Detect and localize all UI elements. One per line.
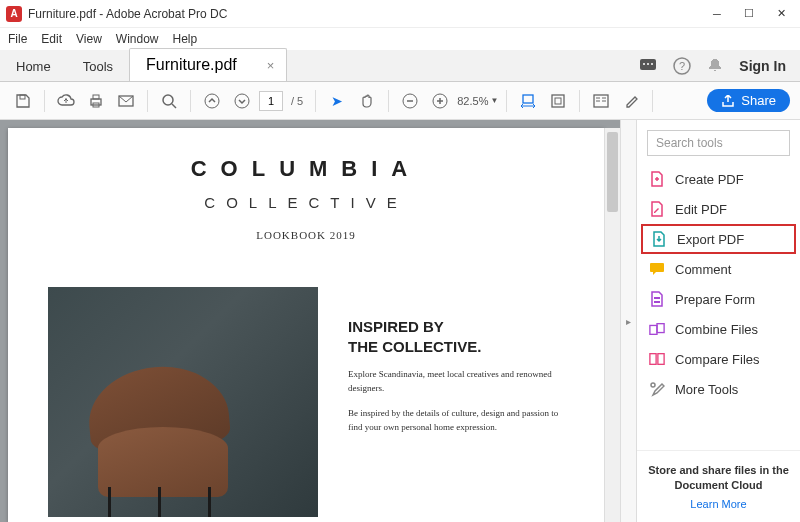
menubar: File Edit View Window Help [0, 28, 800, 50]
fit-page-icon[interactable] [545, 88, 571, 114]
svg-text:?: ? [679, 60, 685, 72]
svg-rect-22 [555, 98, 561, 104]
tab-document-active[interactable]: Furniture.pdf × [129, 48, 287, 81]
prepare-form-icon [649, 291, 665, 307]
tab-close-icon[interactable]: × [267, 58, 275, 73]
tool-item-label: Prepare Form [675, 292, 755, 307]
svg-point-35 [651, 383, 655, 387]
main-area: COLUMBIA COLLECTIVE LOOKBOOK 2019 INSPIR… [0, 120, 800, 522]
close-button[interactable]: ✕ [774, 7, 788, 21]
panel-toggle[interactable]: ▸ [620, 120, 636, 522]
doc-para-1: Explore Scandinavia, meet local creative… [348, 368, 564, 395]
window-title: Furniture.pdf - Adobe Acrobat Pro DC [28, 7, 710, 21]
tool-item-create-pdf[interactable]: Create PDF [637, 164, 800, 194]
menu-help[interactable]: Help [173, 32, 198, 46]
page-total: / 5 [291, 95, 303, 107]
promo-link[interactable]: Learn More [647, 498, 790, 510]
svg-point-1 [643, 63, 645, 65]
menu-window[interactable]: Window [116, 32, 159, 46]
page-number-input[interactable] [259, 91, 283, 111]
tool-item-label: Compare Files [675, 352, 760, 367]
svg-rect-20 [523, 95, 533, 103]
export-pdf-icon [651, 231, 667, 247]
tool-item-label: Edit PDF [675, 202, 727, 217]
tools-panel: Search tools Create PDFEdit PDFExport PD… [636, 120, 800, 522]
doc-brand-subtitle: COLLECTIVE [48, 194, 564, 211]
sign-in-button[interactable]: Sign In [739, 58, 786, 74]
tool-item-combine-files[interactable]: Combine Files [637, 314, 800, 344]
menu-file[interactable]: File [8, 32, 27, 46]
tool-item-label: More Tools [675, 382, 738, 397]
svg-rect-28 [650, 263, 664, 272]
svg-line-12 [172, 104, 176, 108]
document-page: COLUMBIA COLLECTIVE LOOKBOOK 2019 INSPIR… [8, 128, 604, 522]
zoom-dropdown[interactable]: 82.5%▼ [457, 95, 498, 107]
tool-item-export-pdf[interactable]: Export PDF [641, 224, 796, 254]
menu-view[interactable]: View [76, 32, 102, 46]
svg-rect-32 [657, 324, 664, 333]
svg-point-2 [647, 63, 649, 65]
cloud-icon[interactable] [53, 88, 79, 114]
highlight-icon[interactable] [618, 88, 644, 114]
tool-item-label: Combine Files [675, 322, 758, 337]
doc-para-2: Be inspired by the details of culture, d… [348, 407, 564, 434]
svg-rect-29 [654, 297, 660, 299]
svg-point-13 [205, 94, 219, 108]
tool-item-label: Comment [675, 262, 731, 277]
bell-icon[interactable]: 🔔︎ [707, 57, 723, 75]
doc-lookbook: LOOKBOOK 2019 [48, 229, 564, 241]
zoom-out-icon[interactable] [397, 88, 423, 114]
vertical-scrollbar[interactable] [604, 128, 620, 522]
svg-point-11 [163, 95, 173, 105]
promo-text: Store and share files in the Document Cl… [647, 463, 790, 492]
create-pdf-icon [649, 171, 665, 187]
svg-point-14 [235, 94, 249, 108]
tool-item-comment[interactable]: Comment [637, 254, 800, 284]
promo-box: Store and share files in the Document Cl… [637, 450, 800, 522]
minimize-button[interactable]: ─ [710, 7, 724, 21]
app-icon: A [6, 6, 22, 22]
edit-pdf-icon [649, 201, 665, 217]
more-tools-icon [649, 381, 665, 397]
svg-rect-30 [654, 301, 660, 303]
mail-icon[interactable] [113, 88, 139, 114]
titlebar: A Furniture.pdf - Adobe Acrobat Pro DC ─… [0, 0, 800, 28]
doc-brand-title: COLUMBIA [48, 156, 564, 182]
search-tools-input[interactable]: Search tools [647, 130, 790, 156]
save-icon[interactable] [10, 88, 36, 114]
maximize-button[interactable]: ☐ [742, 7, 756, 21]
search-icon[interactable] [156, 88, 182, 114]
tool-item-prepare-form[interactable]: Prepare Form [637, 284, 800, 314]
tab-document-label: Furniture.pdf [146, 56, 237, 74]
doc-photo [48, 287, 318, 517]
compare-files-icon [649, 351, 665, 367]
read-mode-icon[interactable] [588, 88, 614, 114]
document-viewport[interactable]: COLUMBIA COLLECTIVE LOOKBOOK 2019 INSPIR… [0, 120, 620, 522]
comment-icon [649, 261, 665, 277]
menu-edit[interactable]: Edit [41, 32, 62, 46]
tool-list: Create PDFEdit PDFExport PDFCommentPrepa… [637, 164, 800, 450]
messages-icon[interactable] [639, 58, 657, 74]
print-icon[interactable] [83, 88, 109, 114]
combine-files-icon [649, 321, 665, 337]
page-down-icon[interactable] [229, 88, 255, 114]
help-icon[interactable]: ? [673, 57, 691, 75]
tab-home[interactable]: Home [0, 51, 67, 81]
doc-heading-a: INSPIRED BY [348, 317, 564, 337]
tool-item-label: Create PDF [675, 172, 744, 187]
page-up-icon[interactable] [199, 88, 225, 114]
fit-width-icon[interactable] [515, 88, 541, 114]
tool-item-more-tools[interactable]: More Tools [637, 374, 800, 404]
svg-rect-34 [658, 354, 664, 365]
selection-tool-icon[interactable]: ➤ [324, 88, 350, 114]
tool-item-edit-pdf[interactable]: Edit PDF [637, 194, 800, 224]
doc-copy: INSPIRED BY THE COLLECTIVE. Explore Scan… [348, 287, 564, 517]
zoom-in-icon[interactable] [427, 88, 453, 114]
toolbar: / 5 ➤ 82.5%▼ Share [0, 82, 800, 120]
tool-item-compare-files[interactable]: Compare Files [637, 344, 800, 374]
share-button[interactable]: Share [707, 89, 790, 112]
svg-rect-21 [552, 95, 564, 107]
svg-point-3 [651, 63, 653, 65]
tab-tools[interactable]: Tools [67, 51, 129, 81]
hand-tool-icon[interactable] [354, 88, 380, 114]
